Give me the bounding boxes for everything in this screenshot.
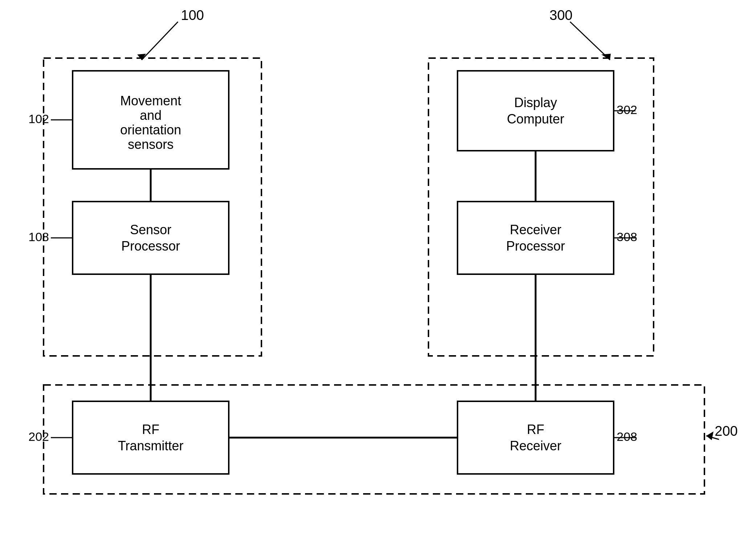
rp-label-1: Receiver: [510, 222, 561, 237]
receiver-processor-block: [458, 202, 614, 274]
rp-ref: 308: [617, 230, 637, 244]
sensors-label-4: sensors: [128, 137, 174, 152]
group-300-arrow-line: [570, 22, 610, 60]
rf-receiver-block: [458, 401, 614, 474]
group-200-arrowhead: [706, 431, 714, 440]
sp-label-1: Sensor: [130, 222, 171, 237]
group-100-label: 100: [181, 8, 204, 23]
dc-ref: 302: [617, 103, 637, 117]
sp-label-2: Processor: [121, 239, 180, 253]
sp-ref: 108: [28, 230, 49, 244]
rft-label-1: RF: [142, 422, 159, 437]
sensors-label-2: and: [140, 108, 162, 123]
diagram: 100 Movement and orientation sensors 102…: [0, 0, 752, 560]
rfr-label-1: RF: [527, 422, 544, 437]
rft-ref: 202: [28, 430, 49, 443]
rf-transmitter-block: [73, 401, 229, 474]
display-computer-block: [458, 71, 614, 151]
rfr-label-2: Receiver: [510, 438, 561, 453]
sensors-label-1: Movement: [120, 93, 181, 108]
rfr-ref: 208: [617, 430, 637, 443]
group-300-arrowhead: [601, 54, 611, 60]
sensors-ref: 102: [28, 112, 49, 126]
dc-label-1: Display: [514, 95, 557, 110]
dc-label-2: Computer: [507, 111, 564, 126]
rft-label-2: Transmitter: [118, 438, 184, 453]
group-100-arrow-line: [142, 22, 178, 60]
group-300-label: 300: [549, 8, 572, 23]
rp-label-2: Processor: [506, 239, 565, 253]
group-200-label: 200: [715, 423, 737, 439]
sensors-label-3: orientation: [120, 122, 181, 137]
sensor-processor-block: [73, 202, 229, 274]
